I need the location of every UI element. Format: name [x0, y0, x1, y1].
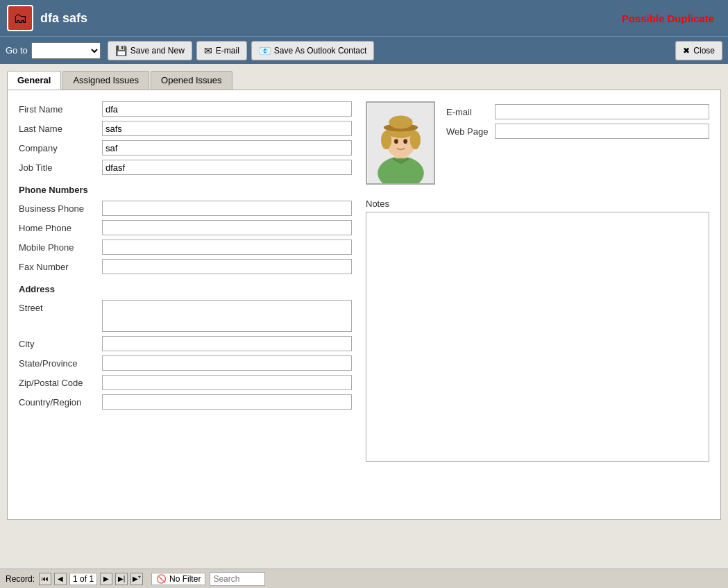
country-region-label: Country/Region	[19, 397, 102, 408]
svg-point-7	[394, 139, 398, 144]
save-and-new-button[interactable]: 💾 Save and New	[108, 41, 192, 60]
last-name-label: Last Name	[19, 124, 102, 134]
job-title-input[interactable]	[102, 160, 352, 175]
zip-postal-code-label: Zip/Postal Code	[19, 378, 102, 388]
svg-point-5	[381, 131, 391, 149]
notes-textarea[interactable]	[366, 212, 709, 462]
app-icon: 🗂	[7, 5, 33, 31]
street-label: Street	[19, 300, 102, 313]
fax-number-label: Fax Number	[19, 262, 102, 272]
tab-opened-issues[interactable]: Opened Issues	[151, 71, 232, 90]
record-number-input[interactable]	[69, 573, 97, 585]
svg-point-10	[389, 115, 412, 128]
save-new-icon: 💾	[115, 45, 127, 56]
job-title-label: Job Title	[19, 162, 102, 173]
filter-icon: 🚫	[156, 574, 167, 584]
svg-point-8	[403, 139, 407, 144]
first-name-label: First Name	[19, 104, 102, 115]
home-phone-label: Home Phone	[19, 223, 102, 233]
notes-label: Notes	[366, 199, 709, 209]
state-province-label: State/Province	[19, 358, 102, 369]
avatar	[366, 101, 435, 185]
nav-next-button[interactable]: ▶	[100, 573, 112, 585]
svg-point-6	[409, 131, 420, 149]
tab-general[interactable]: General	[7, 71, 61, 90]
phone-numbers-header: Phone Numbers	[19, 185, 352, 195]
fax-number-input[interactable]	[102, 259, 352, 274]
mobile-phone-input[interactable]	[102, 240, 352, 255]
business-phone-input[interactable]	[102, 201, 352, 216]
email-input[interactable]	[495, 104, 709, 119]
web-page-input[interactable]	[495, 124, 709, 139]
save-as-outlook-button[interactable]: 📧 Save As Outlook Contact	[251, 41, 374, 60]
possible-duplicate-badge: Possible Duplicate	[622, 12, 714, 24]
close-icon: ✖	[683, 46, 690, 56]
web-page-label: Web Page	[446, 126, 495, 137]
state-province-input[interactable]	[102, 355, 352, 371]
goto-label: Go to	[6, 45, 28, 56]
email-button[interactable]: ✉ E-mail	[196, 41, 247, 60]
record-label: Record:	[6, 574, 35, 584]
business-phone-label: Business Phone	[19, 203, 102, 214]
search-input[interactable]	[210, 572, 265, 586]
email-label: E-mail	[446, 107, 495, 117]
nav-new-button[interactable]: ▶*	[130, 573, 143, 585]
zip-postal-code-input[interactable]	[102, 375, 352, 390]
mobile-phone-label: Mobile Phone	[19, 242, 102, 253]
email-icon: ✉	[204, 45, 212, 56]
home-phone-input[interactable]	[102, 220, 352, 235]
record-navigator: ⏮ ◀ ▶ ▶| ▶*	[39, 573, 143, 585]
city-label: City	[19, 339, 102, 349]
app-title: dfa safs	[40, 11, 622, 26]
outlook-icon: 📧	[259, 45, 271, 56]
country-region-input[interactable]	[102, 394, 352, 410]
app-icon-symbol: 🗂	[13, 10, 27, 26]
close-button[interactable]: ✖ Close	[675, 41, 722, 60]
goto-dropdown[interactable]	[31, 42, 101, 59]
company-input[interactable]	[102, 140, 352, 156]
first-name-input[interactable]	[102, 101, 352, 117]
last-name-input[interactable]	[102, 121, 352, 136]
no-filter-badge: 🚫 No Filter	[151, 573, 205, 585]
street-input[interactable]	[102, 300, 352, 332]
tab-assigned-issues[interactable]: Assigned Issues	[62, 71, 149, 90]
city-input[interactable]	[102, 336, 352, 351]
address-header: Address	[19, 284, 352, 294]
nav-first-button[interactable]: ⏮	[39, 573, 51, 585]
nav-prev-button[interactable]: ◀	[54, 573, 67, 585]
nav-last-button[interactable]: ▶|	[115, 573, 128, 585]
company-label: Company	[19, 143, 102, 153]
